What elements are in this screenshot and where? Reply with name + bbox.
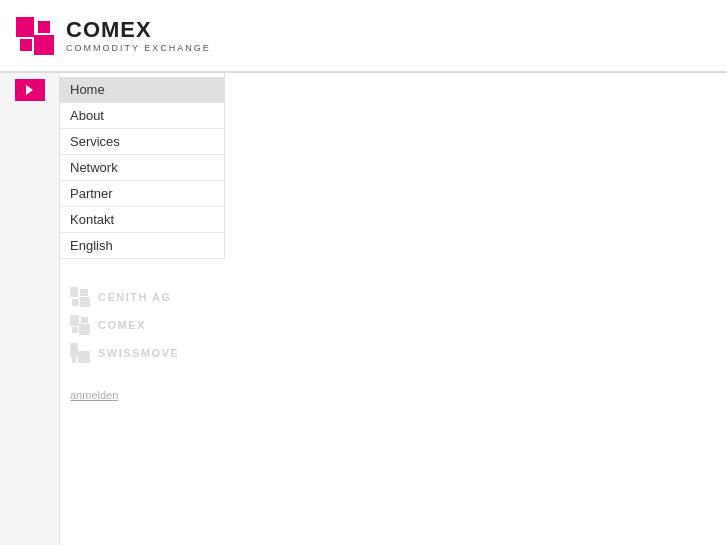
svg-rect-19 xyxy=(70,353,78,357)
sub-logo-swissmove: SWISSMOVE xyxy=(70,343,225,363)
sidebar xyxy=(0,73,60,545)
sub-logo-label: SWISSMOVE xyxy=(98,347,179,359)
logo-subtitle: COMMODITY EXCHANGE xyxy=(66,43,211,53)
nav-item-services[interactable]: Services xyxy=(60,129,224,155)
logo-title: COMEX xyxy=(66,18,211,42)
svg-rect-13 xyxy=(81,317,88,323)
svg-rect-14 xyxy=(72,327,78,333)
main-layout: HomeAboutServicesNetworkPartnerKontaktEn… xyxy=(0,73,727,545)
nav-item-kontakt[interactable]: Kontakt xyxy=(60,207,224,233)
nav-item-network[interactable]: Network xyxy=(60,155,224,181)
svg-rect-16 xyxy=(78,343,90,351)
nav-menu: HomeAboutServicesNetworkPartnerKontaktEn… xyxy=(60,73,225,259)
nav-item-about[interactable]: About xyxy=(60,103,224,129)
svg-rect-9 xyxy=(72,299,79,306)
sub-logo-label: COMEX xyxy=(98,319,146,331)
sub-logo-comex: COMEX xyxy=(70,315,225,335)
sidebar-arrow-button[interactable] xyxy=(15,79,45,101)
sub-logo-label: CENITH AG xyxy=(98,291,172,303)
comex-icon xyxy=(70,315,90,335)
svg-rect-8 xyxy=(80,289,88,296)
nav-item-partner[interactable]: Partner xyxy=(60,181,224,207)
logo-text: COMEX COMMODITY EXCHANGE xyxy=(66,18,211,52)
left-panel: HomeAboutServicesNetworkPartnerKontaktEn… xyxy=(60,73,225,545)
content-area xyxy=(225,73,727,545)
svg-rect-4 xyxy=(20,39,32,51)
logo-icon xyxy=(16,17,54,55)
header: COMEX COMMODITY EXCHANGE xyxy=(0,0,727,72)
arrow-right-icon xyxy=(26,85,33,95)
cenith-icon xyxy=(70,287,90,307)
nav-item-english[interactable]: English xyxy=(60,233,224,259)
sub-logos-section: CENITH AG COMEX SWISSMOVE xyxy=(60,287,225,371)
anmelden-link[interactable]: anmelden xyxy=(60,389,225,401)
svg-rect-3 xyxy=(38,21,50,33)
swissmove-icon xyxy=(70,343,90,363)
sub-logo-cenith-ag: CENITH AG xyxy=(70,287,225,307)
nav-item-home[interactable]: Home xyxy=(60,77,224,103)
